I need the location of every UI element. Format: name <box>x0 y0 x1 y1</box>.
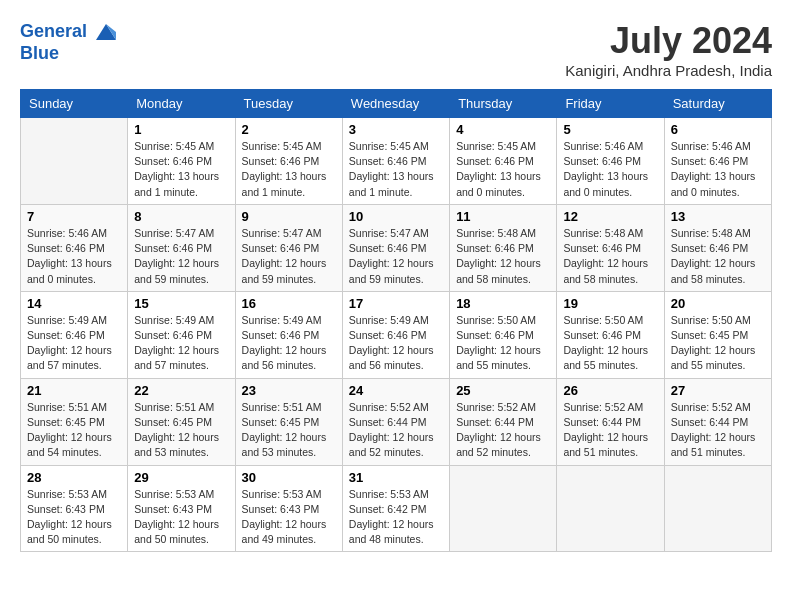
day-info: Sunrise: 5:45 AMSunset: 6:46 PMDaylight:… <box>456 139 550 200</box>
logo-blue: Blue <box>20 43 59 63</box>
day-cell: 5Sunrise: 5:46 AMSunset: 6:46 PMDaylight… <box>557 118 664 205</box>
week-row-5: 28Sunrise: 5:53 AMSunset: 6:43 PMDayligh… <box>21 465 772 552</box>
day-cell: 3Sunrise: 5:45 AMSunset: 6:46 PMDaylight… <box>342 118 449 205</box>
day-cell: 17Sunrise: 5:49 AMSunset: 6:46 PMDayligh… <box>342 291 449 378</box>
day-cell: 31Sunrise: 5:53 AMSunset: 6:42 PMDayligh… <box>342 465 449 552</box>
day-cell: 2Sunrise: 5:45 AMSunset: 6:46 PMDaylight… <box>235 118 342 205</box>
header-row: SundayMondayTuesdayWednesdayThursdayFrid… <box>21 90 772 118</box>
day-cell <box>21 118 128 205</box>
day-info: Sunrise: 5:51 AMSunset: 6:45 PMDaylight:… <box>27 400 121 461</box>
day-info: Sunrise: 5:48 AMSunset: 6:46 PMDaylight:… <box>563 226 657 287</box>
logo-text: General Blue <box>20 20 118 64</box>
day-info: Sunrise: 5:49 AMSunset: 6:46 PMDaylight:… <box>242 313 336 374</box>
day-info: Sunrise: 5:53 AMSunset: 6:43 PMDaylight:… <box>27 487 121 548</box>
calendar-table: SundayMondayTuesdayWednesdayThursdayFrid… <box>20 89 772 552</box>
day-number: 22 <box>134 383 228 398</box>
day-number: 4 <box>456 122 550 137</box>
day-info: Sunrise: 5:53 AMSunset: 6:43 PMDaylight:… <box>242 487 336 548</box>
day-number: 17 <box>349 296 443 311</box>
day-info: Sunrise: 5:50 AMSunset: 6:46 PMDaylight:… <box>456 313 550 374</box>
day-number: 10 <box>349 209 443 224</box>
day-cell: 12Sunrise: 5:48 AMSunset: 6:46 PMDayligh… <box>557 204 664 291</box>
header-cell-saturday: Saturday <box>664 90 771 118</box>
day-info: Sunrise: 5:50 AMSunset: 6:46 PMDaylight:… <box>563 313 657 374</box>
day-info: Sunrise: 5:52 AMSunset: 6:44 PMDaylight:… <box>349 400 443 461</box>
day-number: 24 <box>349 383 443 398</box>
day-cell: 18Sunrise: 5:50 AMSunset: 6:46 PMDayligh… <box>450 291 557 378</box>
day-info: Sunrise: 5:53 AMSunset: 6:42 PMDaylight:… <box>349 487 443 548</box>
day-number: 26 <box>563 383 657 398</box>
week-row-4: 21Sunrise: 5:51 AMSunset: 6:45 PMDayligh… <box>21 378 772 465</box>
day-number: 9 <box>242 209 336 224</box>
day-cell: 16Sunrise: 5:49 AMSunset: 6:46 PMDayligh… <box>235 291 342 378</box>
day-number: 1 <box>134 122 228 137</box>
day-info: Sunrise: 5:49 AMSunset: 6:46 PMDaylight:… <box>349 313 443 374</box>
day-info: Sunrise: 5:50 AMSunset: 6:45 PMDaylight:… <box>671 313 765 374</box>
day-info: Sunrise: 5:48 AMSunset: 6:46 PMDaylight:… <box>671 226 765 287</box>
day-number: 16 <box>242 296 336 311</box>
day-number: 20 <box>671 296 765 311</box>
day-cell: 14Sunrise: 5:49 AMSunset: 6:46 PMDayligh… <box>21 291 128 378</box>
day-number: 21 <box>27 383 121 398</box>
day-cell: 7Sunrise: 5:46 AMSunset: 6:46 PMDaylight… <box>21 204 128 291</box>
day-info: Sunrise: 5:46 AMSunset: 6:46 PMDaylight:… <box>671 139 765 200</box>
day-number: 18 <box>456 296 550 311</box>
day-info: Sunrise: 5:47 AMSunset: 6:46 PMDaylight:… <box>349 226 443 287</box>
day-cell <box>664 465 771 552</box>
day-info: Sunrise: 5:47 AMSunset: 6:46 PMDaylight:… <box>242 226 336 287</box>
day-cell: 10Sunrise: 5:47 AMSunset: 6:46 PMDayligh… <box>342 204 449 291</box>
day-info: Sunrise: 5:49 AMSunset: 6:46 PMDaylight:… <box>27 313 121 374</box>
header-cell-sunday: Sunday <box>21 90 128 118</box>
day-number: 5 <box>563 122 657 137</box>
day-info: Sunrise: 5:46 AMSunset: 6:46 PMDaylight:… <box>563 139 657 200</box>
day-cell <box>557 465 664 552</box>
day-cell: 22Sunrise: 5:51 AMSunset: 6:45 PMDayligh… <box>128 378 235 465</box>
day-info: Sunrise: 5:51 AMSunset: 6:45 PMDaylight:… <box>242 400 336 461</box>
week-row-2: 7Sunrise: 5:46 AMSunset: 6:46 PMDaylight… <box>21 204 772 291</box>
day-info: Sunrise: 5:52 AMSunset: 6:44 PMDaylight:… <box>671 400 765 461</box>
day-number: 6 <box>671 122 765 137</box>
day-cell: 15Sunrise: 5:49 AMSunset: 6:46 PMDayligh… <box>128 291 235 378</box>
day-number: 29 <box>134 470 228 485</box>
day-cell: 29Sunrise: 5:53 AMSunset: 6:43 PMDayligh… <box>128 465 235 552</box>
logo-icon <box>94 20 118 44</box>
day-number: 15 <box>134 296 228 311</box>
day-cell: 23Sunrise: 5:51 AMSunset: 6:45 PMDayligh… <box>235 378 342 465</box>
day-cell: 19Sunrise: 5:50 AMSunset: 6:46 PMDayligh… <box>557 291 664 378</box>
day-cell: 21Sunrise: 5:51 AMSunset: 6:45 PMDayligh… <box>21 378 128 465</box>
month-title: July 2024 <box>565 20 772 62</box>
title-block: July 2024 Kanigiri, Andhra Pradesh, Indi… <box>565 20 772 79</box>
day-info: Sunrise: 5:52 AMSunset: 6:44 PMDaylight:… <box>563 400 657 461</box>
day-number: 12 <box>563 209 657 224</box>
day-number: 2 <box>242 122 336 137</box>
day-number: 7 <box>27 209 121 224</box>
header-cell-tuesday: Tuesday <box>235 90 342 118</box>
day-number: 13 <box>671 209 765 224</box>
week-row-3: 14Sunrise: 5:49 AMSunset: 6:46 PMDayligh… <box>21 291 772 378</box>
header-cell-friday: Friday <box>557 90 664 118</box>
week-row-1: 1Sunrise: 5:45 AMSunset: 6:46 PMDaylight… <box>21 118 772 205</box>
day-number: 14 <box>27 296 121 311</box>
day-cell: 11Sunrise: 5:48 AMSunset: 6:46 PMDayligh… <box>450 204 557 291</box>
day-cell: 27Sunrise: 5:52 AMSunset: 6:44 PMDayligh… <box>664 378 771 465</box>
day-cell: 25Sunrise: 5:52 AMSunset: 6:44 PMDayligh… <box>450 378 557 465</box>
day-cell: 8Sunrise: 5:47 AMSunset: 6:46 PMDaylight… <box>128 204 235 291</box>
day-info: Sunrise: 5:53 AMSunset: 6:43 PMDaylight:… <box>134 487 228 548</box>
day-cell: 6Sunrise: 5:46 AMSunset: 6:46 PMDaylight… <box>664 118 771 205</box>
day-cell: 30Sunrise: 5:53 AMSunset: 6:43 PMDayligh… <box>235 465 342 552</box>
day-number: 30 <box>242 470 336 485</box>
header-cell-monday: Monday <box>128 90 235 118</box>
day-info: Sunrise: 5:48 AMSunset: 6:46 PMDaylight:… <box>456 226 550 287</box>
day-info: Sunrise: 5:46 AMSunset: 6:46 PMDaylight:… <box>27 226 121 287</box>
day-cell: 20Sunrise: 5:50 AMSunset: 6:45 PMDayligh… <box>664 291 771 378</box>
day-info: Sunrise: 5:45 AMSunset: 6:46 PMDaylight:… <box>134 139 228 200</box>
day-number: 19 <box>563 296 657 311</box>
header-cell-thursday: Thursday <box>450 90 557 118</box>
location: Kanigiri, Andhra Pradesh, India <box>565 62 772 79</box>
day-number: 25 <box>456 383 550 398</box>
day-number: 31 <box>349 470 443 485</box>
header-cell-wednesday: Wednesday <box>342 90 449 118</box>
day-cell: 24Sunrise: 5:52 AMSunset: 6:44 PMDayligh… <box>342 378 449 465</box>
day-number: 8 <box>134 209 228 224</box>
day-info: Sunrise: 5:52 AMSunset: 6:44 PMDaylight:… <box>456 400 550 461</box>
